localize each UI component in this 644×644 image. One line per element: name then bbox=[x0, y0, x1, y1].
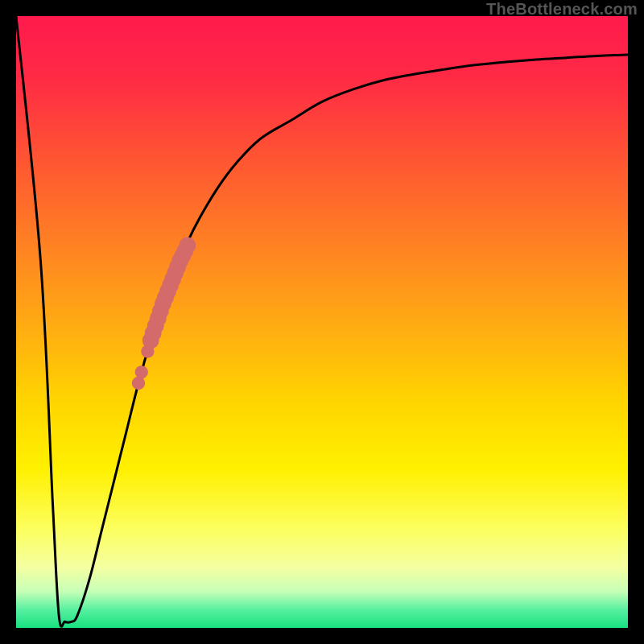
chart-svg bbox=[16, 16, 628, 628]
watermark-text: TheBottleneck.com bbox=[486, 0, 638, 19]
highlight-marker bbox=[179, 237, 196, 254]
bottleneck-curve bbox=[16, 16, 628, 626]
chart-frame: TheBottleneck.com bbox=[0, 0, 644, 644]
highlight-marker bbox=[132, 377, 145, 390]
highlight-marker bbox=[135, 365, 148, 378]
chart-plot-area bbox=[16, 16, 628, 628]
